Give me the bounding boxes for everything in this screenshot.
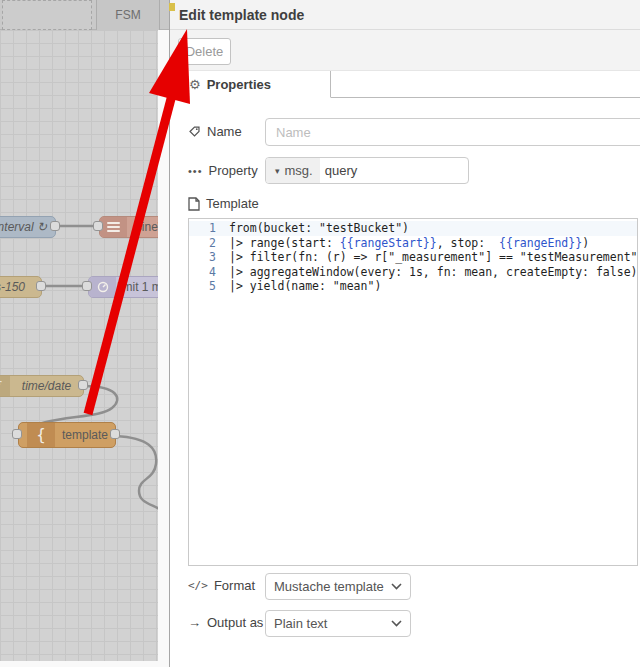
node-sinewave-label: sineW xyxy=(127,220,158,234)
port-sinewave-in[interactable] xyxy=(93,221,103,231)
name-label-row: Name xyxy=(188,124,242,139)
property-label: Property xyxy=(209,163,258,178)
line-number: 1 xyxy=(189,221,229,236)
flow-tab-fsm[interactable]: FSM xyxy=(96,0,160,30)
output-select-value: Plain text xyxy=(274,616,391,631)
curly-brace-icon: { xyxy=(27,423,55,447)
name-input[interactable] xyxy=(265,118,640,146)
wires xyxy=(0,30,158,661)
port-timedate-out[interactable] xyxy=(78,380,88,390)
property-label-row: ••• Property xyxy=(188,163,258,178)
format-select[interactable]: Mustache template xyxy=(265,573,411,600)
port-limit-in[interactable] xyxy=(82,281,92,291)
delete-button[interactable]: Delete xyxy=(178,38,231,65)
format-label-row: </> Format xyxy=(188,578,255,593)
chevron-down-icon xyxy=(391,620,402,627)
code-line: 4|> aggregateWindow(every: 1s, fn: mean,… xyxy=(189,265,637,280)
arrow-right-icon: → xyxy=(188,615,201,630)
property-input[interactable]: ▾ msg. query xyxy=(265,157,469,184)
flow-canvas: FSM interval ↻ sineW s-150 xyxy=(0,0,169,667)
node-s150-label: s-150 xyxy=(0,280,41,294)
output-label: Output as xyxy=(207,615,263,630)
chevron-down-icon xyxy=(391,583,402,590)
code-line: 1from(bucket: "testBucket") xyxy=(189,221,637,236)
code-line: 2|> range(start: {{rangeStart}}, stop: {… xyxy=(189,236,637,251)
tab-properties-label: Properties xyxy=(207,77,271,92)
tab-properties[interactable]: ⚙ Properties xyxy=(178,71,331,98)
tray-title: Edit template node xyxy=(179,7,304,23)
tray-tabbar: ⚙ Properties xyxy=(170,71,640,98)
node-interval[interactable]: interval ↻ xyxy=(0,216,56,238)
node-timedate[interactable]: f time/date xyxy=(0,375,84,397)
node-template[interactable]: { template xyxy=(18,422,116,448)
code-line: 5|> yield(name: "mean") xyxy=(189,279,637,294)
node-sinewave[interactable]: sineW xyxy=(99,216,158,238)
line-number: 5 xyxy=(189,279,229,294)
tray-header: Edit template node xyxy=(170,0,640,30)
output-select[interactable]: Plain text xyxy=(265,610,411,637)
output-label-row: → Output as xyxy=(188,615,263,630)
port-template-out[interactable] xyxy=(110,429,120,439)
flow-tab-unnamed[interactable] xyxy=(2,0,92,30)
node-limit[interactable]: limit 1 ms xyxy=(88,276,158,298)
function-f-icon: f xyxy=(0,376,10,396)
format-select-value: Mustache template xyxy=(274,579,391,594)
canvas-scroll-strip-horizontal[interactable] xyxy=(0,661,158,667)
ellipsis-icon: ••• xyxy=(188,165,203,177)
line-number: 3 xyxy=(189,250,229,265)
screen: FSM interval ↻ sineW s-150 xyxy=(0,0,640,667)
tray-toolbar: Delete xyxy=(170,30,640,71)
port-s150-out[interactable] xyxy=(36,281,46,291)
template-code-editor[interactable]: 1from(bucket: "testBucket")2|> range(sta… xyxy=(188,218,638,566)
line-number: 4 xyxy=(189,265,229,280)
flow-tabbar: FSM xyxy=(0,0,169,30)
node-limit-label: limit 1 ms xyxy=(116,280,158,294)
code-brackets-icon: </> xyxy=(188,579,208,592)
node-timedate-label: time/date xyxy=(10,379,83,393)
property-prefix[interactable]: ▾ msg. xyxy=(266,158,320,183)
template-label-row: Template xyxy=(188,196,259,211)
port-template-in[interactable] xyxy=(12,429,22,439)
code-line: 3|> filter(fn: (r) => r["_measurement"] … xyxy=(189,250,637,265)
timer-icon xyxy=(89,277,116,297)
format-label: Format xyxy=(214,578,255,593)
tag-icon xyxy=(188,125,201,138)
yellow-node-fragment xyxy=(169,3,175,11)
sine-settings-icon xyxy=(100,217,127,237)
caret-down-icon: ▾ xyxy=(275,166,280,176)
name-label: Name xyxy=(207,124,242,139)
property-value[interactable]: query xyxy=(320,158,358,183)
line-number: 2 xyxy=(189,236,229,251)
template-label: Template xyxy=(206,196,259,211)
port-interval-out[interactable] xyxy=(50,221,60,231)
gear-icon: ⚙ xyxy=(189,77,201,92)
canvas-scroll-strip-vertical[interactable] xyxy=(158,30,169,667)
edit-tray: Edit template node Delete ⚙ Properties N… xyxy=(169,0,640,667)
flow-grid[interactable]: interval ↻ sineW s-150 limit 1 ms xyxy=(0,30,158,661)
file-icon xyxy=(188,197,200,211)
property-prefix-label: msg. xyxy=(285,163,313,178)
node-template-label: template xyxy=(55,428,115,442)
code-lines: 1from(bucket: "testBucket")2|> range(sta… xyxy=(189,221,637,294)
node-interval-label: interval ↻ xyxy=(0,220,55,234)
